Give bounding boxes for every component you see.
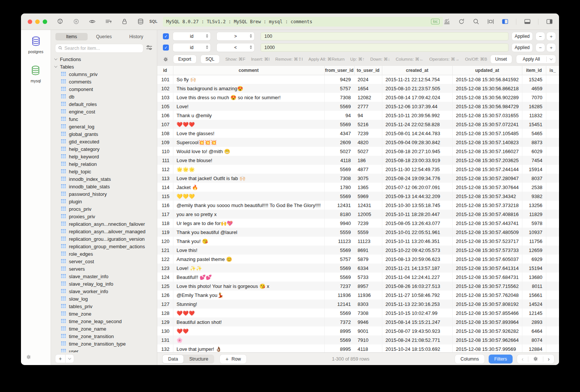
- cell-updated_at[interactable]: 2015-12-08 15:30:57.105485: [452, 129, 522, 138]
- cell-comment[interactable]: 💛💛💛: [173, 192, 324, 201]
- cell-comment[interactable]: ❤️❤️: [173, 326, 324, 335]
- cell-is_[interactable]: [546, 282, 559, 291]
- cell-comment[interactable]: Love that jacket! Outfit is fab 🙌🏻: [173, 174, 324, 183]
- column-header-created_at[interactable]: created_at: [382, 66, 452, 75]
- cell-is_[interactable]: [546, 246, 559, 255]
- cell-created_at[interactable]: 2015-08-05 13:26:43.077: [382, 219, 452, 228]
- chart-icon[interactable]: [443, 18, 450, 25]
- cell-item_id[interactable]: 14524: [522, 300, 546, 309]
- cell-updated_at[interactable]: 2015-12-08 15:30:57.34342: [452, 192, 522, 201]
- connect-icon[interactable]: [56, 18, 64, 25]
- cell-from_user_id[interactable]: 5569: [324, 309, 354, 317]
- cell-item_id[interactable]: 13256: [522, 201, 546, 210]
- cell-updated_at[interactable]: 2015-12-08 15:30:57.480509: [452, 228, 522, 237]
- cell-to_user_id[interactable]: 7910: [354, 335, 382, 344]
- cell-comment[interactable]: Love that jumper! 👌🏾: [173, 344, 324, 352]
- cell-comment[interactable]: Beautiful action shot!: [173, 317, 324, 326]
- sidebar-table-item[interactable]: time_zone_transition_type: [51, 340, 157, 347]
- cell-created_at[interactable]: 2015-10-11 13:20:46.351: [382, 237, 452, 246]
- cell-item_id[interactable]: 12884: [522, 344, 546, 352]
- cell-item_id[interactable]: 5978: [522, 219, 546, 228]
- table-row[interactable]: 130❤️❤️899590012015-08-07 19:43:50.92320…: [157, 326, 559, 335]
- cell-comment[interactable]: Beautiful!! 💕💕: [173, 273, 324, 282]
- cell-id[interactable]: 116: [157, 201, 173, 210]
- cell-to_user_id[interactable]: 5879: [354, 255, 382, 264]
- connection-postgres[interactable]: postgres: [28, 36, 43, 54]
- connection-mysql[interactable]: mysql: [31, 65, 41, 83]
- cell-is_[interactable]: [546, 156, 559, 165]
- cell-comment[interactable]: Stunning!: [173, 300, 324, 309]
- cell-updated_at[interactable]: 2015-12-08 15:30:56.866218: [452, 84, 522, 93]
- cell-id[interactable]: 110: [157, 147, 173, 156]
- column-header-id[interactable]: id: [157, 66, 173, 75]
- sidebar-table-item[interactable]: time_zone_name: [51, 325, 157, 332]
- table-row[interactable]: 108Love the glasses!434772392015-08-01 1…: [157, 129, 559, 138]
- cell-created_at[interactable]: 2015-11-24 22:02:58.828: [382, 120, 452, 129]
- cell-id[interactable]: 127: [157, 300, 173, 309]
- add-item-button[interactable]: +: [55, 355, 66, 363]
- cell-item_id[interactable]: 9382: [522, 192, 546, 201]
- cell-id[interactable]: 106: [157, 111, 173, 120]
- cell-item_id[interactable]: 7454: [522, 156, 546, 165]
- cell-to_user_id[interactable]: 186: [354, 156, 382, 165]
- cell-is_[interactable]: [546, 84, 559, 93]
- cell-updated_at[interactable]: 2015-12-08 15:30:57.203625: [452, 156, 522, 165]
- database-icon[interactable]: [137, 18, 144, 25]
- cell-is_[interactable]: [546, 237, 559, 246]
- cell-from_user_id[interactable]: 5757: [324, 84, 354, 93]
- table-row[interactable]: 118Ur legs are to die for🙌💖994072392015-…: [157, 219, 559, 228]
- table-row[interactable]: 105Love!556927772015-12-06 10:37:39.4420…: [157, 102, 559, 111]
- table-row[interactable]: 122Amazing pastel theme 😊575758792015-08…: [157, 255, 559, 264]
- cell-is_[interactable]: [546, 138, 559, 147]
- cell-id[interactable]: 105: [157, 102, 173, 111]
- cell-from_user_id[interactable]: 8180: [324, 210, 354, 219]
- cell-is_[interactable]: [546, 344, 559, 352]
- cell-updated_at[interactable]: 2015-12-08 15:30:57.307644: [452, 183, 522, 192]
- cell-is_[interactable]: [546, 111, 559, 120]
- sidebar-table-item[interactable]: password_history: [51, 190, 157, 198]
- tab-structure[interactable]: Structure: [183, 355, 214, 363]
- cell-updated_at[interactable]: 2015-12-08 15:30:57.244144: [452, 165, 522, 174]
- sql-button[interactable]: SQL: [201, 55, 219, 63]
- cell-id[interactable]: 118: [157, 219, 173, 228]
- cell-from_user_id[interactable]: 4347: [324, 129, 354, 138]
- sidebar-table-item[interactable]: general_log: [51, 123, 157, 130]
- cell-to_user_id[interactable]: 7239: [354, 129, 382, 138]
- cell-comment[interactable]: ❤️❤️❤️: [173, 120, 324, 129]
- cell-created_at[interactable]: 2015-08-14 15:15:21.247: [382, 317, 452, 326]
- sidebar-table-item[interactable]: server_cost: [51, 258, 157, 265]
- cell-updated_at[interactable]: 2015-12-08 15:30:57.408816: [452, 210, 522, 219]
- cell-comment[interactable]: Amazing pastel theme 😊: [173, 255, 324, 264]
- table-row[interactable]: 117you are so pretty x8180120052015-10-1…: [157, 210, 559, 219]
- cell-is_[interactable]: [546, 165, 559, 174]
- search-input[interactable]: [64, 46, 140, 51]
- cell-to_user_id[interactable]: 2024: [354, 75, 382, 84]
- cell-id[interactable]: 111: [157, 156, 173, 165]
- cell-item_id[interactable]: 13680: [522, 273, 546, 282]
- minimize-window-button[interactable]: [35, 19, 40, 24]
- cell-item_id[interactable]: 15451: [522, 120, 546, 129]
- apply-all-menu-button[interactable]: [547, 58, 556, 60]
- cell-is_[interactable]: [546, 75, 559, 84]
- log-icon[interactable]: [104, 18, 112, 25]
- cell-created_at[interactable]: 2015-10-01 22:05:51.961: [382, 228, 452, 237]
- column-header-from_user_id[interactable]: from_user_id: [324, 66, 354, 75]
- cell-from_user_id[interactable]: 12141: [324, 300, 354, 309]
- sql-editor-button[interactable]: SQL: [149, 19, 158, 24]
- cell-is_[interactable]: [546, 309, 559, 317]
- cell-id[interactable]: 115: [157, 192, 173, 201]
- sidebar-table-item[interactable]: time_zone_leap_second: [51, 317, 157, 325]
- cell-is_[interactable]: [546, 120, 559, 129]
- sidebar-table-item[interactable]: procs_priv: [51, 205, 157, 213]
- table-row[interactable]: 111Love the blouse!41181862015-08-18 23:…: [157, 156, 559, 165]
- cell-from_user_id[interactable]: 5559: [324, 228, 354, 237]
- cell-comment[interactable]: Love this!: [173, 246, 324, 255]
- cell-is_[interactable]: [546, 326, 559, 335]
- cell-comment[interactable]: Would love to! @mith 😬: [173, 147, 324, 156]
- tree-section-functions[interactable]: Functions: [51, 55, 157, 63]
- table-row[interactable]: 125Love this photo! Your hair is gorgeou…: [157, 282, 559, 291]
- cell-comment[interactable]: Love this dress so much 😍 so nice for su…: [173, 93, 324, 102]
- cell-item_id[interactable]: 2893: [522, 317, 546, 326]
- cell-item_id[interactable]: 8074: [522, 335, 546, 344]
- cell-updated_at[interactable]: 2015-12-08 15:30:57.855466: [452, 309, 522, 317]
